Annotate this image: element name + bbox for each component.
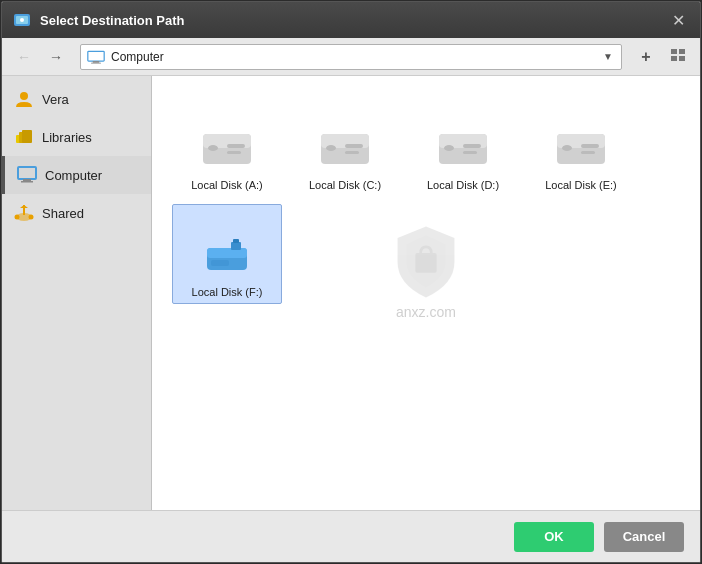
svg-rect-4 — [93, 61, 100, 63]
svg-rect-41 — [207, 248, 247, 258]
sidebar-item-libraries[interactable]: Libraries — [2, 118, 151, 156]
sidebar-shared-label: Shared — [42, 206, 84, 221]
sidebar-item-computer[interactable]: Computer — [2, 156, 151, 194]
disk-e-label: Local Disk (E:) — [545, 178, 617, 192]
svg-rect-29 — [345, 151, 359, 154]
dialog-title: Select Destination Path — [40, 13, 666, 28]
sidebar-computer-label: Computer — [45, 168, 102, 183]
list-item[interactable]: Local Disk (C:) — [290, 96, 400, 196]
svg-point-32 — [444, 145, 454, 151]
svg-point-19 — [29, 215, 34, 220]
svg-rect-9 — [679, 56, 685, 61]
monitor-icon — [17, 165, 37, 185]
new-folder-icon: + — [641, 48, 650, 66]
svg-rect-39 — [581, 151, 595, 154]
svg-point-22 — [208, 145, 218, 151]
address-text: Computer — [111, 50, 601, 64]
view-toggle-button[interactable] — [664, 44, 692, 70]
svg-point-37 — [562, 145, 572, 151]
file-area: Local Disk (A:) Local Disk (C:) — [152, 76, 700, 510]
close-button[interactable]: ✕ — [666, 8, 690, 32]
disk-icon — [199, 124, 255, 172]
toolbar: ← → Computer ▼ + — [2, 38, 700, 76]
disk-icon — [435, 124, 491, 172]
list-item[interactable]: Local Disk (E:) — [526, 96, 636, 196]
bottom-bar: OK Cancel — [2, 510, 700, 562]
svg-rect-34 — [463, 151, 477, 154]
sidebar: Vera Libraries — [2, 76, 152, 510]
list-item[interactable]: Local Disk (F:) — [172, 204, 282, 304]
list-item[interactable]: Local Disk (A:) — [172, 96, 282, 196]
disk-icon — [317, 124, 373, 172]
svg-rect-44 — [211, 260, 229, 266]
sidebar-libraries-label: Libraries — [42, 130, 92, 145]
svg-rect-23 — [227, 144, 245, 148]
svg-rect-33 — [463, 144, 481, 148]
library-icon — [14, 127, 34, 147]
main-content: Vera Libraries — [2, 76, 700, 510]
new-folder-button[interactable]: + — [632, 44, 660, 70]
svg-rect-42 — [231, 242, 241, 250]
svg-rect-16 — [21, 181, 33, 183]
svg-rect-7 — [679, 49, 685, 54]
svg-point-2 — [20, 18, 24, 22]
svg-rect-14 — [18, 167, 36, 179]
app-icon — [12, 10, 32, 30]
disk-d-label: Local Disk (D:) — [427, 178, 499, 192]
svg-point-18 — [15, 215, 20, 220]
cancel-button[interactable]: Cancel — [604, 522, 684, 552]
disk-icon — [553, 124, 609, 172]
svg-rect-3 — [88, 51, 104, 61]
disk-a-label: Local Disk (A:) — [191, 178, 263, 192]
forward-arrow-icon: → — [49, 49, 63, 65]
disk-f-label: Local Disk (F:) — [192, 285, 263, 299]
svg-rect-15 — [23, 179, 31, 181]
ok-button[interactable]: OK — [514, 522, 594, 552]
forward-button[interactable]: → — [42, 44, 70, 70]
svg-rect-8 — [671, 56, 677, 61]
back-arrow-icon: ← — [17, 49, 31, 65]
view-icon — [671, 48, 685, 65]
sidebar-item-shared[interactable]: Shared — [2, 194, 151, 232]
user-icon — [14, 89, 34, 109]
svg-rect-28 — [345, 144, 363, 148]
sidebar-vera-label: Vera — [42, 92, 69, 107]
svg-rect-5 — [91, 62, 101, 63]
svg-rect-43 — [233, 239, 239, 243]
disk-c-label: Local Disk (C:) — [309, 178, 381, 192]
svg-point-27 — [326, 145, 336, 151]
svg-rect-13 — [22, 130, 32, 143]
svg-rect-38 — [581, 144, 599, 148]
file-area-wrapper: Local Disk (A:) Local Disk (C:) — [152, 76, 700, 510]
computer-icon — [87, 50, 105, 64]
dialog: Select Destination Path ✕ ← → Computer ▼… — [1, 1, 701, 563]
shared-icon — [14, 203, 34, 223]
address-dropdown-icon[interactable]: ▼ — [601, 50, 615, 64]
svg-rect-24 — [227, 151, 241, 154]
back-button[interactable]: ← — [10, 44, 38, 70]
usb-disk-icon — [199, 231, 255, 279]
list-item[interactable]: Local Disk (D:) — [408, 96, 518, 196]
svg-rect-6 — [671, 49, 677, 54]
address-bar[interactable]: Computer ▼ — [80, 44, 622, 70]
title-bar: Select Destination Path ✕ — [2, 2, 700, 38]
svg-point-10 — [20, 92, 28, 100]
sidebar-item-vera[interactable]: Vera — [2, 80, 151, 118]
